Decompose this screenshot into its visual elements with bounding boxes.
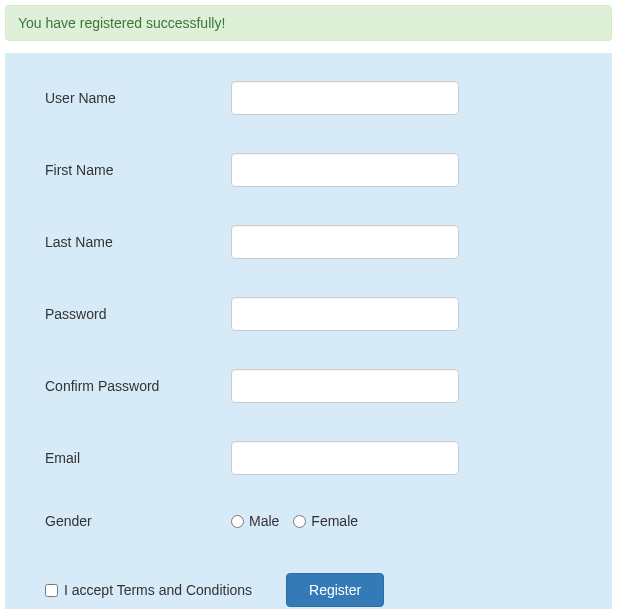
form-row-password: Password (45, 297, 572, 331)
password-label: Password (45, 306, 231, 322)
email-input[interactable] (231, 441, 459, 475)
gender-male-label: Male (249, 513, 279, 529)
lastname-input[interactable] (231, 225, 459, 259)
form-row-email: Email (45, 441, 572, 475)
terms-checkbox-wrap: I accept Terms and Conditions (45, 582, 252, 598)
gender-male-option: Male (231, 513, 279, 529)
gender-label: Gender (45, 513, 231, 529)
form-row-username: User Name (45, 81, 572, 115)
password-input[interactable] (231, 297, 459, 331)
gender-radio-group: Male Female (231, 513, 364, 529)
confirm-password-label: Confirm Password (45, 378, 231, 394)
form-row-lastname: Last Name (45, 225, 572, 259)
page-container: You have registered successfully! User N… (0, 0, 617, 609)
terms-checkbox[interactable] (45, 584, 58, 597)
username-input[interactable] (231, 81, 459, 115)
firstname-input[interactable] (231, 153, 459, 187)
gender-female-label: Female (311, 513, 358, 529)
terms-label: I accept Terms and Conditions (64, 582, 252, 598)
gender-female-option: Female (293, 513, 358, 529)
form-row-firstname: First Name (45, 153, 572, 187)
form-row-confirm-password: Confirm Password (45, 369, 572, 403)
email-label: Email (45, 450, 231, 466)
username-label: User Name (45, 90, 231, 106)
confirm-password-input[interactable] (231, 369, 459, 403)
gender-male-radio[interactable] (231, 515, 244, 528)
form-row-submit: I accept Terms and Conditions Register (45, 567, 572, 607)
gender-female-radio[interactable] (293, 515, 306, 528)
success-alert: You have registered successfully! (5, 5, 612, 41)
registration-form: User Name First Name Last Name Password … (5, 53, 612, 609)
firstname-label: First Name (45, 162, 231, 178)
form-row-gender: Gender Male Female (45, 513, 572, 529)
success-alert-text: You have registered successfully! (18, 15, 225, 31)
register-button[interactable]: Register (286, 573, 384, 607)
lastname-label: Last Name (45, 234, 231, 250)
